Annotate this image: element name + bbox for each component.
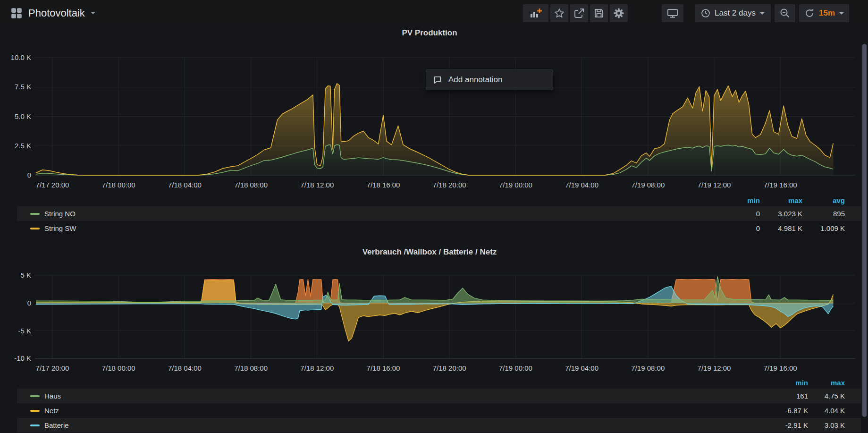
legend-max-string-sw: 4.981 K — [760, 224, 802, 232]
y-axis-tick-label: 0 — [27, 299, 31, 307]
star-button[interactable] — [550, 4, 568, 22]
add-annotation-label: Add annotation — [448, 75, 502, 85]
refresh-icon[interactable] — [804, 8, 815, 18]
verbrauch-chart[interactable]: 7/17 20:007/18 00:007/18 04:007/18 08:00… — [14, 271, 855, 373]
x-axis-tick-label: 7/18 08:00 — [234, 364, 268, 372]
legend-sort-min[interactable]: min — [771, 379, 808, 387]
legend-max-netz: 4.04 K — [808, 407, 845, 415]
chevron-down-icon — [760, 12, 765, 15]
legend-max-string-no: 3.023 K — [760, 210, 802, 218]
x-axis-tick-label: 7/18 00:00 — [102, 181, 135, 189]
monitor-icon — [666, 8, 679, 19]
series-label-batterie[interactable]: Batterie — [44, 421, 69, 429]
series-label-netz[interactable]: Netz — [44, 407, 59, 415]
apps-grid-icon — [10, 7, 23, 19]
x-axis-tick-label: 7/19 00:00 — [499, 364, 532, 372]
series-color-dash[interactable] — [30, 395, 40, 397]
x-axis-tick-label: 7/18 20:00 — [433, 181, 466, 189]
add-panel-icon — [530, 8, 542, 19]
y-axis-tick-label: 5.0 K — [15, 112, 31, 120]
legend-verbrauch: minmaxHaus1614.75 KNetz-6.87 K4.04 KBatt… — [17, 376, 861, 433]
series-color-dash[interactable] — [30, 228, 40, 229]
save-button[interactable] — [590, 4, 608, 22]
series-label-string-no[interactable]: String NO — [44, 210, 76, 218]
legend-min-batterie: -2.91 K — [771, 421, 808, 429]
x-axis-tick-label: 7/19 08:00 — [631, 364, 665, 372]
series-color-dash[interactable] — [30, 410, 40, 412]
x-axis-tick-label: 7/19 12:00 — [698, 181, 731, 189]
refresh-interval-label[interactable]: 15m — [819, 8, 835, 18]
share-icon — [573, 8, 585, 19]
chevron-down-icon — [91, 12, 95, 14]
add-annotation-menu[interactable]: Add annotation — [426, 69, 553, 90]
legend-min-string-sw: 0 — [717, 224, 760, 232]
dashboard-title-dropdown[interactable]: Photovoltaik — [10, 7, 95, 19]
navbar: Photovoltaik — [0, 0, 868, 26]
legend-avg-string-sw: 1.009 K — [802, 224, 845, 232]
x-axis-tick-label: 7/18 04:00 — [168, 181, 202, 189]
x-axis-tick-label: 7/18 20:00 — [433, 364, 466, 372]
series-label-string-sw[interactable]: String SW — [44, 224, 76, 232]
legend-row-string-no: String NO03.023 K895 — [17, 206, 861, 221]
zoom-out-icon — [779, 8, 791, 19]
legend-sort-avg[interactable]: avg — [802, 196, 845, 204]
legend-header-row: minmaxavg — [17, 194, 861, 206]
time-picker-button[interactable]: Last 2 days — [695, 4, 771, 22]
x-axis-tick-label: 7/18 12:00 — [300, 181, 334, 189]
x-axis-tick-label: 7/18 00:00 — [102, 364, 135, 372]
refresh-button-group: 15m — [799, 4, 849, 22]
x-axis-tick-label: 7/19 04:00 — [565, 364, 598, 372]
legend-min-netz: -6.87 K — [771, 407, 808, 415]
y-axis-tick-label: 0 — [27, 171, 31, 179]
legend-sort-max[interactable]: max — [808, 379, 845, 387]
dashboard-title: Photovoltaik — [28, 7, 85, 19]
legend-row-batterie: Batterie-2.91 K3.03 K — [17, 418, 861, 433]
series-label-haus[interactable]: Haus — [44, 392, 61, 400]
save-icon — [593, 8, 605, 19]
legend-min-haus: 161 — [771, 392, 808, 400]
y-axis-tick-label: 2.5 K — [15, 142, 31, 150]
legend-row-string-sw: String SW04.981 K1.009 K — [17, 221, 861, 236]
x-axis-tick-label: 7/19 16:00 — [764, 181, 797, 189]
legend-max-haus: 4.75 K — [808, 392, 845, 400]
x-axis-tick-label: 7/19 04:00 — [565, 181, 598, 189]
time-range-label: Last 2 days — [715, 8, 756, 18]
share-button[interactable] — [570, 4, 588, 22]
vertical-scrollbar[interactable] — [862, 44, 867, 417]
x-axis-tick-label: 7/18 12:00 — [300, 364, 334, 372]
tv-mode-button[interactable] — [662, 4, 683, 22]
comment-icon — [433, 75, 442, 85]
x-axis-tick-label: 7/19 16:00 — [764, 364, 797, 372]
panel-title-pv-produktion[interactable]: PV Produktion — [0, 28, 859, 38]
series-color-dash[interactable] — [30, 213, 40, 215]
star-icon — [554, 8, 565, 19]
legend-row-haus: Haus1614.75 K — [17, 389, 861, 403]
x-axis-tick-label: 7/19 12:00 — [698, 364, 731, 372]
settings-button[interactable] — [610, 4, 628, 22]
legend-avg-string-no: 895 — [802, 210, 845, 218]
series-color-dash[interactable] — [30, 425, 40, 426]
gear-icon — [613, 8, 624, 19]
legend-sort-min[interactable]: min — [717, 196, 760, 204]
legend-header-row: minmax — [17, 376, 861, 389]
legend-min-string-no: 0 — [717, 210, 760, 218]
x-axis-tick-label: 7/17 20:00 — [36, 364, 69, 372]
y-axis-tick-label: -5 K — [18, 327, 31, 335]
y-axis-tick-label: 7.5 K — [15, 83, 31, 91]
y-axis-tick-label: -10 K — [14, 354, 31, 362]
x-axis-tick-label: 7/18 16:00 — [367, 181, 400, 189]
legend-row-netz: Netz-6.87 K4.04 K — [17, 403, 861, 418]
x-axis-tick-label: 7/18 08:00 — [234, 181, 268, 189]
x-axis-tick-label: 7/18 04:00 — [168, 364, 202, 372]
panel-title-verbrauch[interactable]: Verbrauch /Wallbox / Batterie / Netz — [0, 247, 859, 257]
x-axis-tick-label: 7/17 20:00 — [36, 181, 69, 189]
chevron-down-icon[interactable] — [839, 12, 844, 15]
y-axis-tick-label: 10.0 K — [11, 53, 31, 61]
x-axis-tick-label: 7/18 16:00 — [367, 364, 400, 372]
zoom-out-button[interactable] — [775, 4, 795, 22]
clock-icon — [701, 8, 710, 18]
legend-sort-max[interactable]: max — [760, 196, 802, 204]
add-panel-button[interactable] — [523, 4, 548, 22]
y-axis-tick-label: 5 K — [20, 271, 31, 279]
legend-pv-produktion: minmaxavgString NO03.023 K895String SW04… — [17, 194, 861, 236]
